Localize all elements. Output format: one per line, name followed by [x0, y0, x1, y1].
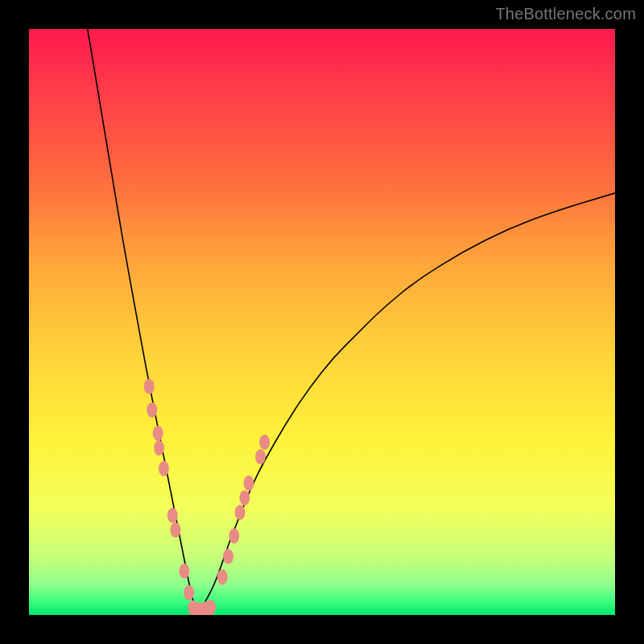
marker-dot [179, 564, 189, 579]
marker-dot [223, 549, 233, 564]
marker-dot [217, 569, 228, 584]
plot-area [29, 29, 615, 615]
marker-dot [167, 508, 178, 523]
marker-dot [255, 449, 266, 464]
marker-dot [259, 435, 270, 450]
chart-frame: TheBottleneck.com [0, 0, 644, 644]
marker-dot [229, 528, 239, 543]
marker-dot [235, 505, 246, 520]
marker-dot [147, 402, 157, 418]
marker-dot [205, 600, 216, 615]
watermark-text: TheBottleneck.com [495, 5, 636, 23]
bottleneck-curve [88, 29, 615, 608]
marker-dot [154, 440, 164, 456]
chart-svg [29, 29, 615, 615]
marker-dot [144, 379, 155, 394]
marker-dot [184, 585, 194, 601]
marker-dot [159, 461, 169, 477]
dots-layer [144, 379, 270, 615]
marker-dot [239, 490, 250, 506]
marker-dot [171, 522, 181, 538]
marker-dot [153, 426, 163, 441]
marker-dot [244, 476, 254, 491]
